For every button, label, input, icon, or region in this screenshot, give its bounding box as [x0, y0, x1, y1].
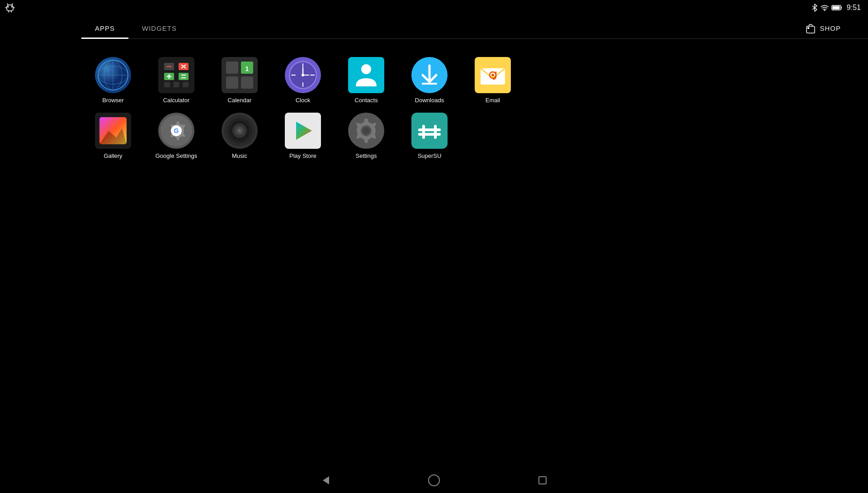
svg-line-3: [12, 4, 13, 5]
app-gallery[interactable]: Gallery: [86, 113, 140, 159]
svg-point-54: [361, 64, 371, 74]
app-music[interactable]: Music: [212, 113, 267, 159]
svg-point-0: [8, 6, 9, 8]
svg-rect-41: [241, 76, 253, 89]
svg-rect-12: [832, 6, 840, 9]
nav-bar: [0, 468, 868, 493]
email-icon: [475, 57, 511, 93]
tab-apps[interactable]: APPS: [81, 18, 128, 38]
app-calendar[interactable]: 1 Calendar: [212, 57, 267, 104]
time-display: 9:51: [847, 4, 861, 12]
browser-label: Browser: [102, 97, 124, 104]
google-settings-icon: G: [158, 113, 194, 149]
supersu-label: SuperSU: [418, 152, 442, 159]
svg-point-61: [491, 74, 494, 76]
calculator-label: Calculator: [163, 97, 190, 104]
svg-text:1: 1: [245, 65, 249, 72]
svg-point-10: [824, 10, 825, 11]
tab-widgets[interactable]: WIDGETS: [128, 18, 190, 38]
app-supersu[interactable]: SuperSU: [402, 113, 457, 159]
status-bar: 9:51: [804, 0, 868, 15]
svg-rect-15: [807, 27, 809, 29]
svg-point-79: [363, 127, 370, 134]
contacts-icon: [348, 57, 384, 93]
svg-point-1: [11, 6, 13, 8]
settings-label: Settings: [356, 152, 377, 159]
shop-label: SHOP: [820, 24, 841, 32]
settings-icon: [348, 113, 384, 149]
browser-icon: [95, 57, 131, 93]
back-button[interactable]: [316, 471, 335, 489]
bluetooth-icon: [811, 4, 818, 12]
home-button[interactable]: [425, 471, 443, 489]
recent-button[interactable]: [533, 471, 552, 489]
app-clock[interactable]: Clock: [276, 57, 330, 104]
play-store-icon: [285, 113, 321, 149]
google-settings-label: Google Settings: [156, 152, 198, 159]
app-downloads[interactable]: Downloads: [402, 57, 457, 104]
svg-rect-38: [226, 62, 238, 74]
svg-rect-31: [179, 73, 189, 80]
tab-bar: APPS WIDGETS SHOP: [81, 18, 868, 39]
app-browser[interactable]: Browser: [86, 57, 140, 104]
gallery-icon: [95, 113, 131, 149]
app-settings[interactable]: Settings: [339, 113, 393, 159]
email-label: Email: [486, 97, 500, 104]
svg-rect-13: [841, 7, 842, 9]
contacts-label: Contacts: [354, 97, 377, 104]
wifi-icon: [821, 5, 829, 11]
music-label: Music: [232, 152, 247, 159]
svg-rect-34: [164, 82, 170, 87]
svg-marker-85: [323, 476, 329, 484]
app-google-settings[interactable]: G Google Settings: [149, 113, 203, 159]
supersu-icon: [411, 113, 448, 149]
svg-rect-87: [539, 477, 546, 484]
clock-label: Clock: [296, 97, 311, 104]
gallery-label: Gallery: [104, 152, 122, 159]
battery-icon: [831, 5, 842, 11]
calculator-icon: [158, 57, 194, 93]
apps-grid: Browser: [81, 48, 868, 168]
app-play-store[interactable]: Play Store: [276, 113, 330, 159]
shop-button[interactable]: SHOP: [805, 23, 841, 34]
svg-rect-35: [174, 82, 179, 87]
clock-icon: [285, 57, 321, 93]
calendar-icon: 1: [222, 57, 258, 93]
svg-point-86: [429, 475, 439, 486]
svg-line-2: [7, 4, 8, 5]
shop-icon: [805, 23, 816, 34]
svg-rect-36: [183, 82, 189, 87]
app-contacts[interactable]: Contacts: [339, 57, 393, 104]
svg-point-74: [239, 130, 241, 132]
downloads-icon: [411, 57, 448, 93]
svg-text:G: G: [174, 127, 179, 134]
svg-rect-40: [226, 76, 238, 89]
app-calculator[interactable]: Calculator: [149, 57, 203, 104]
svg-point-52: [302, 74, 304, 76]
app-email[interactable]: Email: [466, 57, 520, 104]
app-drawer: APPS WIDGETS SHOP: [81, 18, 868, 466]
downloads-label: Downloads: [415, 97, 444, 104]
music-icon: [222, 113, 258, 149]
play-store-label: Play Store: [289, 152, 316, 159]
calendar-label: Calendar: [228, 97, 252, 104]
android-icon: [5, 3, 15, 14]
